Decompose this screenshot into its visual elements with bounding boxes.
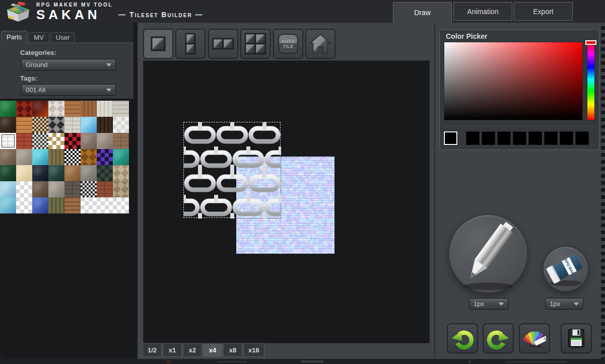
eraser-size-dropdown[interactable]: 1px: [545, 298, 583, 310]
redo-button[interactable]: [483, 323, 514, 353]
drawing-canvas[interactable]: [143, 60, 430, 343]
zoom-x1[interactable]: x1: [163, 343, 182, 357]
swatch-1[interactable]: [482, 131, 495, 145]
palette-tile-14[interactable]: [97, 117, 113, 133]
swatch-0[interactable]: [466, 131, 480, 145]
zoom-x8[interactable]: x8: [223, 343, 242, 357]
palette-tile-23[interactable]: [113, 133, 129, 149]
toolbar-button-autotile[interactable]: AUTO TILE: [273, 29, 303, 59]
palette-tile-54[interactable]: [97, 197, 113, 213]
pencil-size-dropdown[interactable]: 1px: [469, 298, 508, 310]
palette-tile-15[interactable]: [113, 117, 129, 133]
palette-tile-21[interactable]: [81, 133, 97, 149]
palette-tile-45[interactable]: [81, 181, 97, 197]
swatch-3[interactable]: [513, 131, 526, 145]
zoom-x2[interactable]: x2: [183, 343, 202, 357]
tab-draw[interactable]: Draw: [393, 2, 452, 23]
palette-tile-1[interactable]: [16, 101, 32, 117]
hue-slider-handle[interactable]: [585, 40, 596, 45]
swatch-4[interactable]: [528, 131, 542, 145]
palette-tile-51[interactable]: [48, 197, 64, 213]
palette-tile-11[interactable]: [48, 117, 64, 133]
palette-tile-6[interactable]: [97, 101, 113, 117]
palette-tile-55[interactable]: [113, 197, 129, 213]
palette-tile-52[interactable]: [64, 197, 81, 213]
toolbar-button-home[interactable]: [305, 29, 335, 59]
palette-tile-18[interactable]: [32, 133, 48, 149]
palette-tile-37[interactable]: [81, 165, 97, 181]
palette-tile-2[interactable]: [32, 101, 48, 117]
palette-tile-5[interactable]: [81, 101, 97, 117]
left-tab-parts[interactable]: Parts: [1, 31, 27, 43]
palette-tile-32[interactable]: [0, 165, 16, 181]
left-tab-mv[interactable]: MV: [28, 32, 49, 43]
palette-button[interactable]: [519, 323, 550, 353]
swatch-2[interactable]: [497, 131, 511, 145]
palette-tile-17[interactable]: [16, 133, 32, 149]
palette-tile-48[interactable]: [0, 197, 16, 213]
palette-tile-33[interactable]: [16, 165, 32, 181]
toolbar-button-tile-2x2[interactable]: [240, 29, 271, 59]
swatch-6[interactable]: [560, 131, 573, 145]
palette-tile-53[interactable]: [81, 197, 97, 213]
palette-tile-42[interactable]: [32, 181, 48, 197]
palette-tile-9[interactable]: [16, 117, 32, 133]
saturation-value-field[interactable]: [444, 42, 583, 120]
palette-tile-3[interactable]: [48, 101, 64, 117]
palette-tile-10[interactable]: [32, 117, 48, 133]
palette-tile-38[interactable]: [97, 165, 113, 181]
swatch-5[interactable]: [544, 131, 558, 145]
palette-tile-34[interactable]: [32, 165, 48, 181]
palette-tile-25[interactable]: [16, 149, 32, 165]
palette-tile-29[interactable]: [81, 149, 97, 165]
palette-tile-40[interactable]: [0, 181, 16, 197]
palette-tile-19[interactable]: [48, 133, 64, 149]
palette-tile-31[interactable]: [113, 149, 129, 165]
palette-tile-13[interactable]: [81, 117, 97, 133]
palette-tile-43[interactable]: [48, 181, 64, 197]
toolbar-button-tile-1x1[interactable]: [143, 29, 173, 59]
palette-tile-4[interactable]: [64, 101, 81, 117]
undo-button[interactable]: [447, 323, 478, 353]
toolbar-button-tile-1x2[interactable]: [175, 29, 206, 59]
tags-dropdown[interactable]: 001 All: [21, 84, 116, 96]
save-button[interactable]: [561, 323, 592, 353]
categories-dropdown[interactable]: Ground: [21, 59, 116, 70]
palette-tile-28[interactable]: [64, 149, 81, 165]
zoom-x4[interactable]: x4: [203, 343, 222, 357]
palette-tile-49[interactable]: [16, 197, 32, 213]
palette-tile-20[interactable]: [64, 133, 81, 149]
palette-tile-30[interactable]: [97, 149, 113, 165]
tab-export[interactable]: Export: [514, 2, 573, 21]
palette-tile-16[interactable]: [0, 133, 16, 149]
current-color-swatch[interactable]: [444, 131, 457, 145]
palette-tile-35[interactable]: [48, 165, 64, 181]
palette-tile-50[interactable]: [32, 197, 48, 213]
palette-tile-0[interactable]: [0, 101, 16, 117]
hue-bar[interactable]: [587, 42, 595, 120]
palette-tile-47[interactable]: [113, 181, 129, 197]
chain-pattern-selection[interactable]: [183, 122, 281, 218]
palette-tile-8[interactable]: [0, 117, 16, 133]
palette-tile-44[interactable]: [64, 181, 81, 197]
palette-tile-7[interactable]: [113, 101, 129, 117]
palette-tile-26[interactable]: [32, 149, 48, 165]
window-edge-grip[interactable]: [601, 23, 605, 359]
eraser-tool-button[interactable]: RPG MAKER: [543, 246, 589, 292]
tile-1x1-icon: [150, 35, 167, 52]
left-tab-user[interactable]: User: [50, 32, 75, 43]
zoom-1/2[interactable]: 1/2: [143, 343, 162, 357]
palette-tile-22[interactable]: [97, 133, 113, 149]
palette-tile-27[interactable]: [48, 149, 64, 165]
zoom-x16[interactable]: x16: [243, 343, 264, 357]
palette-tile-46[interactable]: [97, 181, 113, 197]
palette-tile-12[interactable]: [64, 117, 81, 133]
palette-tile-36[interactable]: [64, 165, 81, 181]
palette-tile-39[interactable]: [113, 165, 129, 181]
palette-tile-24[interactable]: [0, 149, 16, 165]
swatch-7[interactable]: [575, 131, 589, 145]
toolbar-button-tile-2x1[interactable]: [208, 29, 238, 59]
tab-animation[interactable]: Animation: [453, 2, 512, 21]
pencil-tool-button[interactable]: [448, 214, 528, 294]
palette-tile-41[interactable]: [16, 181, 32, 197]
